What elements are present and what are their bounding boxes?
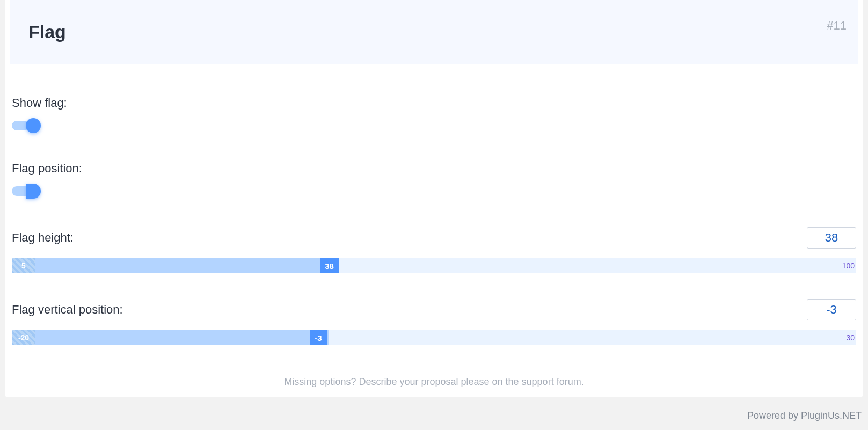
flag-height-input[interactable] xyxy=(807,227,856,249)
slider-handle[interactable]: 38 xyxy=(320,258,339,273)
show-flag-field: Show flag: xyxy=(12,96,856,130)
panel-header: Flag #11 xyxy=(10,0,858,64)
toggle-knob xyxy=(26,184,41,199)
flag-position-toggle[interactable] xyxy=(12,186,35,196)
flag-position-field: Flag position: xyxy=(12,162,856,196)
settings-panel: Flag #11 Show flag: Flag position: Flag … xyxy=(5,0,863,397)
panel-title: Flag xyxy=(28,21,840,42)
flag-position-label: Flag position: xyxy=(12,162,856,176)
slider-fill xyxy=(12,258,329,273)
slider-max-label: 30 xyxy=(846,330,855,345)
flag-vertical-position-slider[interactable]: -20 -3 30 xyxy=(12,330,856,345)
slider-max-label: 100 xyxy=(842,258,855,273)
panel-footer-message: Missing options? Describe your proposal … xyxy=(5,376,863,388)
show-flag-label: Show flag: xyxy=(12,96,856,110)
slider-min-label: 5 xyxy=(12,258,35,273)
panel-id-badge: #11 xyxy=(827,19,847,33)
panel-body: Show flag: Flag position: Flag height: 5… xyxy=(5,64,863,382)
show-flag-toggle[interactable] xyxy=(12,121,35,130)
slider-header: Flag vertical position: xyxy=(12,299,856,320)
slider-handle[interactable]: -3 xyxy=(310,330,326,345)
flag-vertical-position-label: Flag vertical position: xyxy=(12,303,123,317)
slider-header: Flag height: xyxy=(12,227,856,249)
footer-credit[interactable]: Powered by PluginUs.NET xyxy=(747,410,862,421)
slider-min-label: -20 xyxy=(12,330,35,345)
flag-vertical-position-field: Flag vertical position: -20 -3 30 xyxy=(12,299,856,345)
flag-vertical-position-input[interactable] xyxy=(807,299,856,320)
flag-height-field: Flag height: 5 38 100 xyxy=(12,227,856,273)
flag-height-slider[interactable]: 5 38 100 xyxy=(12,258,856,273)
flag-height-label: Flag height: xyxy=(12,231,74,245)
slider-track xyxy=(12,330,856,345)
toggle-knob xyxy=(26,118,41,133)
slider-track xyxy=(12,258,856,273)
slider-fill xyxy=(12,330,329,345)
